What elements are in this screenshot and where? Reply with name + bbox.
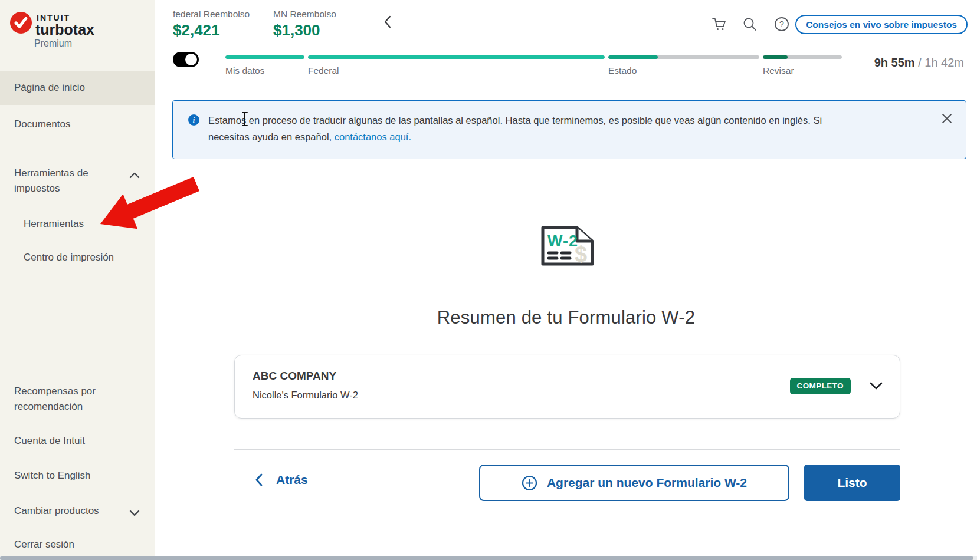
progress-label: Estado	[608, 65, 759, 76]
progress-segment-federal[interactable]: Federal	[308, 55, 605, 76]
search-icon[interactable]	[742, 17, 758, 32]
live-tax-advice-button[interactable]: Consejos en vivo sobre impuestos	[795, 15, 968, 34]
time-estimate: 9h 55m / 1h 42m	[874, 56, 964, 70]
brand-tier: Premium	[34, 38, 72, 49]
progress-segment-estado[interactable]: Estado	[608, 55, 759, 76]
sidebar-item-documentos[interactable]: Documentos	[0, 117, 155, 132]
progress-fill	[608, 55, 658, 59]
banner-line2: necesitas ayuda en español,	[208, 131, 335, 142]
sidebar: INTUIT turbotax Premium Página de inicio…	[0, 0, 155, 556]
info-icon: i	[188, 114, 199, 126]
footer-divider	[234, 449, 900, 450]
horizontal-scrollbar	[0, 556, 977, 560]
progress-label: Federal	[308, 65, 605, 76]
banner-line1: Estamos en proceso de traducir algunas d…	[208, 115, 822, 126]
progress-bar-row: Mis datos Federal Estado Revisar 9h 55m …	[155, 44, 977, 83]
time-spent: 9h 55m	[874, 56, 915, 69]
time-separator: /	[918, 56, 922, 69]
brand-product: turbotax	[35, 21, 94, 38]
done-button[interactable]: Listo	[804, 465, 900, 501]
progress-track	[308, 55, 605, 59]
sidebar-item-pagina-de-inicio[interactable]: Página de inicio	[0, 71, 155, 105]
sidebar-item-cerrar-sesion[interactable]: Cerrar sesión	[0, 537, 155, 552]
federal-refund-label: federal Reembolso	[173, 9, 250, 19]
state-refund-amount: $1,300	[273, 21, 336, 39]
progress-track	[608, 55, 759, 59]
progress-fill	[225, 55, 304, 59]
collapse-refund-chevron-icon[interactable]	[383, 15, 392, 29]
contact-us-link[interactable]: contáctanos aquí.	[335, 131, 411, 142]
add-w2-button[interactable]: Agregar un nuevo Formulario W-2	[479, 465, 789, 501]
svg-text:W-2: W-2	[547, 232, 578, 250]
svg-text:$: $	[575, 242, 587, 266]
close-icon[interactable]	[941, 113, 953, 124]
progress-fill	[308, 55, 605, 59]
translation-info-banner: i Estamos en proceso de traducir algunas…	[172, 100, 966, 159]
chevron-down-icon[interactable]	[127, 506, 142, 520]
cart-icon[interactable]	[712, 17, 727, 32]
sidebar-divider	[0, 146, 155, 146]
w2-document-icon: W-2 $	[536, 223, 597, 270]
toggle-knob	[184, 52, 198, 67]
help-icon[interactable]: ?	[774, 17, 789, 32]
scrollbar-thumb[interactable]	[0, 556, 973, 560]
sidebar-item-herramientas-de-impuestos[interactable]: Herramientas de impuestos	[0, 166, 118, 196]
progress-segment-revisar[interactable]: Revisar	[763, 55, 842, 76]
state-refund-label: MN Reembolso	[273, 9, 336, 19]
state-refund: MN Reembolso $1,300	[273, 9, 336, 39]
theme-toggle[interactable]	[173, 52, 199, 67]
w2-owner-subtitle: Nicolle's Formulario W-2	[253, 390, 358, 401]
time-remaining: 1h 42m	[924, 56, 964, 69]
top-header: federal Reembolso $2,421 MN Reembolso $1…	[155, 0, 977, 44]
banner-text: Estamos en proceso de traducir algunas d…	[208, 112, 934, 145]
chevron-left-icon	[255, 473, 263, 487]
progress-track	[763, 55, 842, 59]
back-label: Atrás	[276, 473, 308, 487]
expand-card-chevron-icon[interactable]	[869, 381, 883, 391]
sidebar-item-recompensas[interactable]: Recompensas por recomendación	[0, 384, 124, 414]
progress-track	[225, 55, 304, 59]
status-badge: COMPLETO	[790, 378, 851, 394]
page-title: Resumen de tu Formulario W-2	[155, 307, 977, 328]
sidebar-item-herramientas[interactable]: Herramientas	[0, 216, 155, 232]
w2-summary-card[interactable]: ABC COMPANY Nicolle's Formulario W-2 COM…	[234, 355, 900, 419]
employer-name: ABC COMPANY	[253, 370, 336, 383]
sidebar-item-cuenta-intuit[interactable]: Cuenta de Intuit	[0, 433, 155, 449]
progress-segment-mis-datos[interactable]: Mis datos	[225, 55, 304, 76]
back-button[interactable]: Atrás	[255, 473, 308, 487]
svg-text:?: ?	[779, 19, 784, 29]
progress-label: Revisar	[763, 65, 842, 76]
sidebar-item-switch-to-english[interactable]: Switch to English	[0, 468, 155, 483]
federal-refund: federal Reembolso $2,421	[173, 9, 250, 39]
intuit-check-icon	[10, 12, 32, 34]
sidebar-item-centro-de-impresion[interactable]: Centro de impresión	[0, 250, 155, 265]
federal-refund-amount: $2,421	[173, 21, 250, 39]
add-w2-label: Agregar un nuevo Formulario W-2	[547, 476, 747, 490]
progress-label: Mis datos	[225, 65, 304, 76]
plus-circle-icon	[522, 475, 537, 491]
progress-fill	[763, 55, 788, 59]
chevron-up-icon[interactable]	[127, 169, 142, 183]
turbotax-logo[interactable]: INTUIT turbotax Premium	[10, 11, 140, 52]
